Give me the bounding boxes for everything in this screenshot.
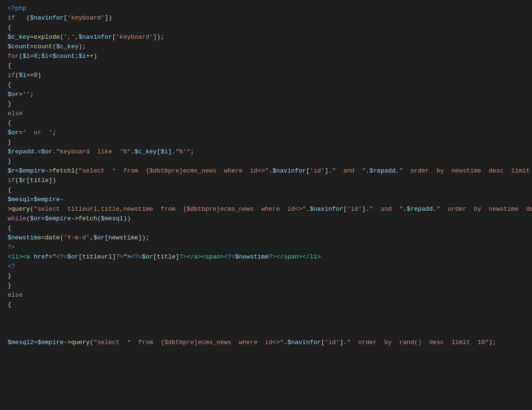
line-21: $mesql = $empire - <box>0 195 532 205</box>
code-editor: <?php if ( $navinfor [ 'keyboard' ]) { $… <box>0 0 532 410</box>
line-1: <?php <box>0 4 532 13</box>
line-13: { <box>0 119 532 128</box>
line-22: > query ( "select titleurl,title,newstim… <box>0 205 532 214</box>
line-3: { <box>0 23 532 32</box>
line-14: $or = ' or ' ; <box>0 128 532 138</box>
line-6: for ( $i = 0 ; $i < $count ; $i ++) <box>0 52 532 61</box>
line-15: } <box>0 138 532 147</box>
line-12: else <box>0 109 532 119</box>
line-33 <box>0 310 532 338</box>
line-25: $newstime = date ( 'Y-m-d' , $or [newsti… <box>0 233 532 243</box>
line-7: { <box>0 61 532 71</box>
line-4: $c_key = explode ( ',' , $navinfor [ 'ke… <box>0 32 532 42</box>
line-24: { <box>0 224 532 233</box>
line-27: <li> <a href =" <?= $or [titleurl] ?> ">… <box>0 252 532 262</box>
line-26: ?> <box>0 243 532 252</box>
line-11: } <box>0 99 532 109</box>
line-18: $r = $empire -> fetchl ( "select * from … <box>0 166 532 176</box>
line-29: } <box>0 271 532 281</box>
line-34: $mesql2 = $empire -> query ( "select * f… <box>0 338 532 347</box>
line-5: $count = count ( $c_key ); <box>0 42 532 52</box>
line-30: } <box>0 281 532 291</box>
line-8: if ( $i == 0 ) <box>0 71 532 80</box>
line-31: else <box>0 291 532 300</box>
line-9: { <box>0 80 532 90</box>
line-32: { <box>0 300 532 310</box>
line-16: $repadd .= $or . "keyboard like '%" . $c… <box>0 147 532 157</box>
line-20: { <box>0 185 532 195</box>
line-19: if ( $r [title]) <box>0 176 532 185</box>
line-17: } <box>0 157 532 166</box>
line-28: <? <box>0 262 532 271</box>
line-10: $or = '' ; <box>0 90 532 99</box>
line-2: if ( $navinfor [ 'keyboard' ]) <box>0 13 532 23</box>
line-23: while ( $or = $empire -> fetch ( $mesql … <box>0 214 532 224</box>
